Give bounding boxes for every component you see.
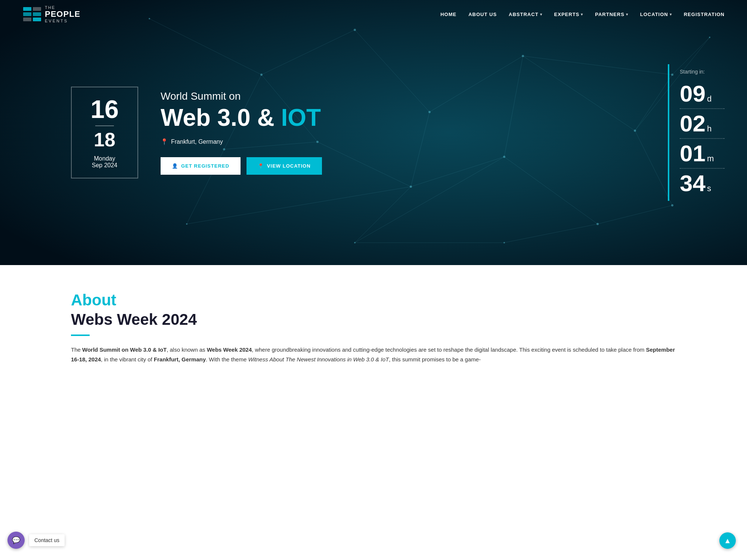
nav-item-registration[interactable]: REGISTRATION <box>684 12 725 17</box>
svg-point-45 <box>354 242 356 243</box>
countdown-days-value: 09 <box>680 82 706 105</box>
about-heading-dark: Webs Week 2024 <box>71 311 676 329</box>
svg-point-33 <box>354 29 356 31</box>
countdown-seconds-value: 34 <box>680 172 706 195</box>
chevron-down-icon: ▾ <box>581 12 583 16</box>
date-weekday: Monday <box>82 155 127 162</box>
svg-point-35 <box>522 55 524 57</box>
about-underline <box>71 335 90 336</box>
svg-rect-1 <box>23 12 31 16</box>
svg-rect-0 <box>23 7 31 11</box>
countdown-separator-2 <box>680 138 725 139</box>
chevron-down-icon: ▾ <box>626 12 628 16</box>
nav-menu: HOME ABOUT US ABSTRACT ▾ EXPERTS ▾ PARTN… <box>440 12 725 17</box>
nav-item-partners[interactable]: PARTNERS ▾ <box>595 12 628 17</box>
countdown-separator-1 <box>680 108 725 109</box>
svg-point-40 <box>596 223 599 225</box>
countdown-seconds: 34 s <box>680 172 725 195</box>
countdown-hours-unit: h <box>707 124 712 134</box>
about-bold-2: Webs Week 2024 <box>207 346 252 353</box>
event-location: 📍 Frankfurt, Germany <box>161 138 747 145</box>
countdown-days-unit: d <box>707 94 712 104</box>
svg-point-32 <box>260 74 263 76</box>
about-section: About Webs Week 2024 The World Summit on… <box>0 265 747 386</box>
countdown-label: Starting in: <box>680 69 725 75</box>
svg-point-43 <box>671 204 673 206</box>
logo-text: THE PEOPLE EVENTS <box>45 5 80 23</box>
countdown-minutes: 01 m <box>680 142 725 165</box>
svg-point-46 <box>503 242 505 243</box>
register-icon: 👤 <box>172 163 178 169</box>
date-card: 16 18 Monday Sep 2024 <box>71 87 138 178</box>
date-divider <box>95 125 114 126</box>
about-paragraph: The World Summit on Web 3.0 & IoT, also … <box>71 345 676 364</box>
countdown-minutes-value: 01 <box>680 142 706 165</box>
navbar: THE PEOPLE EVENTS HOME ABOUT US ABSTRACT… <box>0 0 747 28</box>
svg-rect-2 <box>23 18 31 21</box>
countdown-seconds-unit: s <box>707 184 711 193</box>
countdown-hours-value: 02 <box>680 112 706 135</box>
event-info: World Summit on Web 3.0 & IOT 📍 Frankfur… <box>161 90 747 175</box>
svg-rect-3 <box>33 7 41 11</box>
about-bold-1: World Summit on Web 3.0 & IoT <box>82 346 167 353</box>
countdown-separator-3 <box>680 168 725 169</box>
chevron-down-icon: ▾ <box>540 12 542 16</box>
event-title: Web 3.0 & IOT <box>161 105 747 131</box>
svg-rect-4 <box>33 12 41 16</box>
map-pin-icon: 📍 <box>258 163 264 169</box>
countdown-days: 09 d <box>680 82 725 105</box>
about-italic: Witness About The Newest Innovations in … <box>248 356 389 363</box>
event-title-web: Web 3.0 & <box>161 104 281 131</box>
svg-point-38 <box>410 186 412 188</box>
location-text: Frankfurt, Germany <box>171 139 223 145</box>
svg-point-47 <box>709 37 710 38</box>
date-month-year: Sep 2024 <box>82 162 127 169</box>
date-start: 16 <box>82 96 127 122</box>
nav-item-location[interactable]: LOCATION ▾ <box>640 12 672 17</box>
location-pin-icon: 📍 <box>161 138 168 145</box>
chevron-down-icon: ▾ <box>670 12 672 16</box>
svg-rect-5 <box>33 18 41 21</box>
countdown-hours: 02 h <box>680 112 725 135</box>
view-location-button[interactable]: 📍 VIEW LOCATION <box>247 157 322 175</box>
logo-icon <box>22 6 42 22</box>
hero-buttons: 👤 GET REGISTERED 📍 VIEW LOCATION <box>161 157 747 175</box>
event-label: World Summit on <box>161 90 747 102</box>
nav-item-abstract[interactable]: ABSTRACT ▾ <box>509 12 542 17</box>
nav-item-experts[interactable]: EXPERTS ▾ <box>554 12 583 17</box>
date-end: 18 <box>82 130 127 149</box>
register-button[interactable]: 👤 GET REGISTERED <box>161 157 241 175</box>
event-title-iot: IOT <box>281 104 321 131</box>
about-heading-teal: About <box>71 291 676 309</box>
hero-section: 16 18 Monday Sep 2024 World Summit on We… <box>0 0 747 265</box>
nav-item-about[interactable]: ABOUT US <box>468 12 497 17</box>
countdown-minutes-unit: m <box>707 154 714 164</box>
svg-point-44 <box>186 223 187 225</box>
logo[interactable]: THE PEOPLE EVENTS <box>22 5 80 23</box>
hero-content: 16 18 Monday Sep 2024 World Summit on We… <box>0 87 747 178</box>
nav-item-home[interactable]: HOME <box>440 12 456 17</box>
countdown-widget: Starting in: 09 d 02 h 01 m 34 s <box>668 64 725 201</box>
about-bold-4: Frankfurt, Germany <box>154 356 206 363</box>
